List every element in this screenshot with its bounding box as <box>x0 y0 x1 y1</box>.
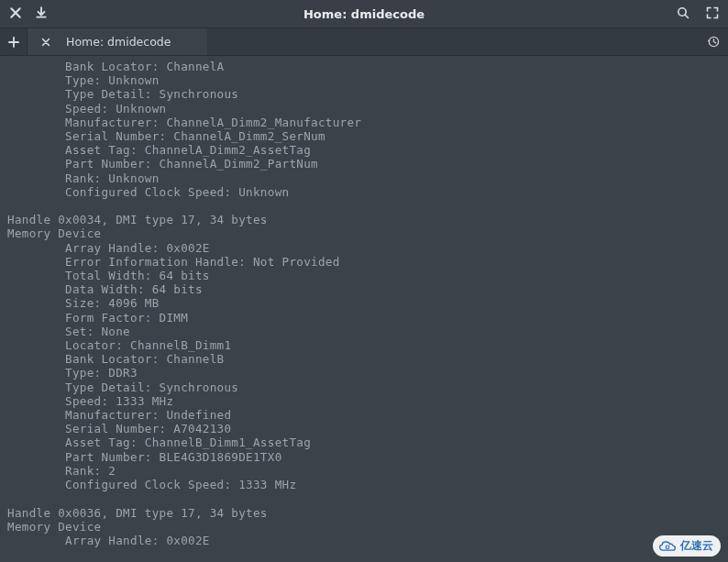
terminal-output[interactable]: Bank Locator: ChannelA Type: Unknown Typ… <box>0 56 728 547</box>
tab-active[interactable]: Home: dmidecode <box>28 28 207 55</box>
watermark-badge: 亿速云 <box>653 535 721 556</box>
download-icon[interactable] <box>35 6 48 22</box>
history-icon[interactable] <box>697 28 728 55</box>
new-tab-button[interactable] <box>0 28 28 55</box>
svg-point-2 <box>666 545 669 549</box>
output-block-3: Handle 0x0036, DMI type 17, 34 bytes Mem… <box>7 506 728 548</box>
output-block-1: Bank Locator: ChannelA Type: Unknown Typ… <box>7 60 728 199</box>
fullscreen-icon[interactable] <box>706 6 719 22</box>
tab-label: Home: dmidecode <box>57 35 207 49</box>
title-bar: Home: dmidecode <box>0 0 728 28</box>
search-icon[interactable] <box>677 6 689 22</box>
watermark-text: 亿速云 <box>680 538 713 554</box>
window-title: Home: dmidecode <box>119 7 609 21</box>
close-tab-icon[interactable] <box>35 38 57 47</box>
close-window-icon[interactable] <box>9 6 22 22</box>
cloud-icon <box>658 540 677 553</box>
output-block-2: Handle 0x0034, DMI type 17, 34 bytes Mem… <box>7 213 728 491</box>
tab-bar: Home: dmidecode <box>0 28 728 56</box>
